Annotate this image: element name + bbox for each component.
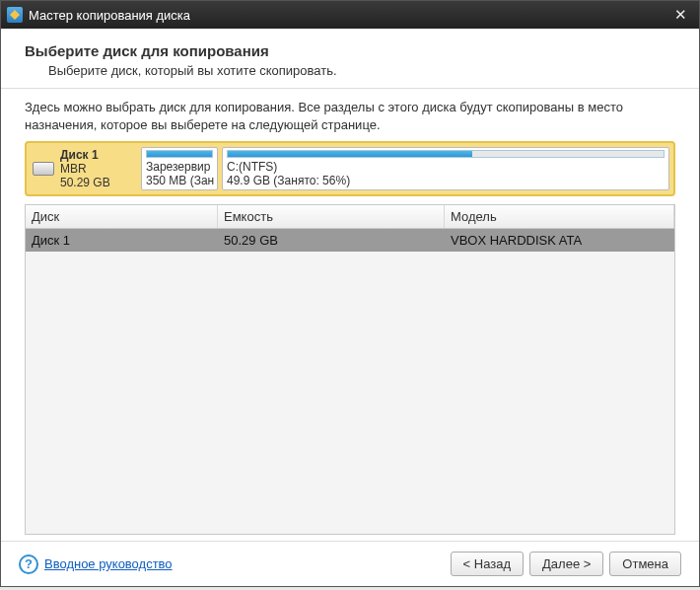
wizard-footer: ? Вводное руководство < Назад Далее > От… xyxy=(1,541,699,586)
partition-usage-fill xyxy=(228,151,472,157)
cell-capacity: 50.29 GB xyxy=(218,229,445,252)
page-title: Выберите диск для копирования xyxy=(25,42,675,59)
partition-usage-bar xyxy=(227,150,665,158)
col-header-disk[interactable]: Диск xyxy=(26,205,218,228)
harddisk-icon xyxy=(33,162,54,176)
disk-summary: Диск 1 MBR 50.29 GB xyxy=(31,147,137,190)
wizard-window: Мастер копирования диска ✕ Выберите диск… xyxy=(0,0,700,587)
col-header-model[interactable]: Модель xyxy=(445,205,674,228)
cell-model: VBOX HARDDISK ATA xyxy=(445,229,674,252)
col-header-capacity[interactable]: Емкость xyxy=(218,205,445,228)
titlebar: Мастер копирования диска ✕ xyxy=(1,1,699,29)
disk-size: 50.29 GB xyxy=(60,176,110,189)
next-button[interactable]: Далее > xyxy=(529,552,603,576)
table-row[interactable]: Диск 1 50.29 GB VBOX HARDDISK ATA xyxy=(26,229,674,252)
disk-type: MBR xyxy=(60,162,87,176)
table-body: Диск 1 50.29 GB VBOX HARDDISK ATA xyxy=(26,229,674,534)
wizard-content: Здесь можно выбрать диск для копирования… xyxy=(1,89,699,541)
page-subtitle: Выберите диск, который вы хотите скопиро… xyxy=(48,63,675,78)
partition-reserved[interactable]: Зарезервир 350 MB (Зан xyxy=(141,147,218,190)
window-title: Мастер копирования диска xyxy=(29,8,190,23)
cancel-button[interactable]: Отмена xyxy=(609,552,681,576)
partition-size: 350 MB (Зан xyxy=(146,174,213,187)
disk-layout-box[interactable]: Диск 1 MBR 50.29 GB Зарезервир 350 MB (З… xyxy=(25,141,675,196)
instruction-text: Здесь можно выбрать диск для копирования… xyxy=(25,99,675,133)
help-link[interactable]: Вводное руководство xyxy=(44,556,173,571)
app-icon xyxy=(7,7,23,23)
partition-size: 49.9 GB (Занято: 56%) xyxy=(227,174,665,187)
disk-name: Диск 1 xyxy=(60,148,99,162)
partition-c[interactable]: C:(NTFS) 49.9 GB (Занято: 56%) xyxy=(222,147,669,190)
table-header: Диск Емкость Модель xyxy=(26,205,674,229)
wizard-header: Выберите диск для копирования Выберите д… xyxy=(1,29,699,89)
cell-disk: Диск 1 xyxy=(26,229,218,252)
partition-usage-bar xyxy=(146,150,213,158)
disk-table: Диск Емкость Модель Диск 1 50.29 GB VBOX… xyxy=(25,204,675,535)
help-icon[interactable]: ? xyxy=(19,554,38,574)
back-button[interactable]: < Назад xyxy=(451,552,524,576)
partition-usage-fill xyxy=(147,151,212,157)
disk-label-text: Диск 1 MBR 50.29 GB xyxy=(60,148,110,190)
partition-label: Зарезервир xyxy=(146,160,213,174)
partition-label: C:(NTFS) xyxy=(227,160,665,174)
close-icon[interactable]: ✕ xyxy=(667,5,693,25)
